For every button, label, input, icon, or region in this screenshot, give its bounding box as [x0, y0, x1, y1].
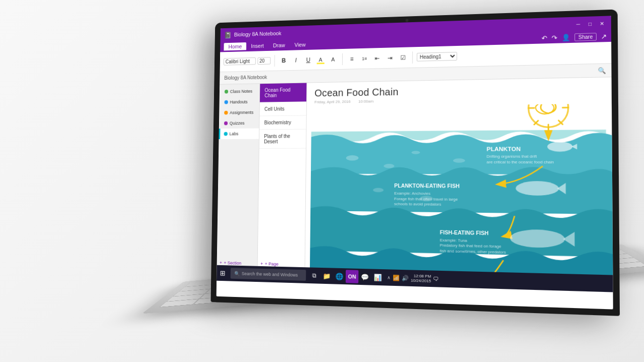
section-quizzes[interactable]: Quizzes [219, 117, 259, 129]
section-label-class-notes: Class Notes [230, 89, 252, 94]
underline-button[interactable]: U [303, 54, 313, 66]
bold-button[interactable]: B [279, 55, 289, 66]
checkbox-button[interactable]: ☑ [397, 52, 408, 63]
svg-point-3 [411, 151, 420, 154]
svg-text:Example: Anchovies: Example: Anchovies [394, 191, 431, 196]
tab-insert[interactable]: Insert [246, 42, 269, 50]
page-label-plants: Plants of the Desert [264, 134, 290, 145]
screen-bezel: 📓 Biology 8A Notebook ─ □ ✕ Home Insert … [210, 10, 620, 316]
food-chain-svg: PLANKTON Drifting organisms that drift a… [310, 103, 613, 292]
style-selector[interactable]: Heading1 Heading2 Normal [417, 52, 457, 62]
menu-bar-right: ↶ ↷ 👤 Share ↗ [542, 32, 607, 42]
taskbar-search-icon: 🔍 [234, 271, 240, 276]
window-title: Biology 8A Notebook [234, 30, 282, 37]
section-label-handouts: Handouts [230, 99, 247, 104]
content-area[interactable]: Ocean Food Chain Friday, April 29, 2016 … [305, 77, 613, 292]
indent-decrease-button[interactable]: ⇤ [372, 52, 383, 64]
bullets-button[interactable]: ≡ [347, 53, 357, 64]
main-content: Biology 8A Notebook 🔍 Class Notes Handou… [217, 64, 613, 292]
page-cell-units[interactable]: Cell Units [259, 102, 306, 116]
taskbar-search-box[interactable]: 🔍 Search the web and Windows [231, 268, 306, 281]
laptop-scene: // Keys will be added dynamically 📓 Biol… [0, 0, 644, 362]
section-assignments[interactable]: Assignments [219, 107, 259, 118]
svg-point-4 [453, 158, 465, 163]
plankton-desc: Drifting organisms that drift [487, 154, 537, 159]
start-button[interactable]: ⊞ [217, 267, 229, 280]
section-labs[interactable]: Labs [219, 128, 259, 139]
search-icon[interactable]: 🔍 [598, 67, 606, 74]
divider-1 [274, 55, 275, 67]
taskbar-app-2[interactable]: 🌐 [333, 270, 346, 283]
assignments-dot [224, 111, 228, 115]
section-handouts[interactable]: Handouts [219, 96, 259, 107]
font-size-input[interactable] [257, 57, 271, 65]
add-page-icon: + [260, 261, 263, 266]
clock[interactable]: 12:08 PM 10/24/2015 [411, 274, 431, 283]
section-label-assignments: Assignments [230, 110, 253, 115]
class-notes-dot [225, 90, 228, 94]
taskbar-app-1[interactable]: 📁 [320, 269, 333, 283]
screen-inner: 📓 Biology 8A Notebook ─ □ ✕ Home Insert … [217, 16, 613, 309]
maximize-button[interactable]: □ [585, 19, 595, 28]
add-section-icon: + [220, 260, 222, 265]
taskbar-app-5[interactable]: 📊 [371, 270, 385, 284]
tab-home[interactable]: Home [224, 42, 246, 50]
redo-icon[interactable]: ↷ [552, 34, 558, 42]
quizzes-dot [224, 122, 228, 126]
task-view-button[interactable]: ⧉ [308, 269, 320, 282]
highlight-button[interactable]: A [315, 54, 326, 65]
taskbar-app-4[interactable]: 💬 [358, 270, 371, 284]
taskbar-search-label: Search the web and Windows [242, 271, 298, 278]
section-label-labs: Labs [229, 132, 238, 137]
minimize-button[interactable]: ─ [573, 19, 583, 29]
color-button[interactable]: A [328, 53, 338, 65]
user-icon[interactable]: 👤 [562, 33, 570, 41]
labs-dot [224, 132, 228, 136]
tab-view[interactable]: View [290, 40, 310, 49]
pages-panel: Ocean Food Chain Cell Units Biochemistry… [257, 83, 307, 270]
notebook-name-label: Biology 8A Notebook [224, 75, 267, 81]
onenote-app: 📓 Biology 8A Notebook ─ □ ✕ Home Insert … [217, 16, 613, 292]
svg-point-2 [384, 164, 394, 168]
page-label-biochemistry: Biochemistry [264, 120, 291, 126]
key[interactable] [160, 299, 198, 307]
show-hidden-icons[interactable]: ∧ [387, 275, 391, 280]
svg-point-1 [346, 155, 359, 161]
section-class-notes[interactable]: Class Notes [220, 86, 260, 97]
divider-3 [412, 51, 413, 64]
page-ocean-food-chain[interactable]: Ocean Food Chain [260, 83, 307, 103]
taskbar-app-onenote[interactable]: ON [346, 270, 358, 283]
title-bar-controls[interactable]: ─ □ ✕ [573, 19, 607, 29]
font-selector[interactable] [224, 57, 256, 66]
tab-draw[interactable]: Draw [269, 41, 290, 49]
expand-icon[interactable]: ↗ [601, 32, 607, 40]
indent-increase-button[interactable]: ⇥ [385, 52, 396, 64]
close-button[interactable]: ✕ [597, 19, 607, 28]
svg-text:are critical to the oceanic fo: are critical to the oceanic food chain [487, 160, 554, 165]
sections-sidebar: Class Notes Handouts Assignments Qu [217, 84, 260, 268]
section-label-quizzes: Quizzes [230, 120, 245, 126]
notifications-icon[interactable]: 🗨 [433, 276, 439, 282]
svg-text:Example: Tuna: Example: Tuna [440, 237, 467, 243]
title-bar-left: 📓 Biology 8A Notebook [224, 30, 282, 39]
webcam [405, 19, 408, 22]
svg-point-8 [547, 142, 572, 152]
undo-icon[interactable]: ↶ [542, 34, 548, 42]
page-biochemistry[interactable]: Biochemistry [259, 115, 306, 130]
numbered-list-button[interactable]: 1≡ [359, 53, 369, 64]
page-label-ocean: Ocean Food Chain [264, 87, 290, 98]
share-button[interactable]: Share [575, 33, 597, 41]
italic-button[interactable]: I [291, 54, 301, 66]
svg-text:Forage fish that often travel : Forage fish that often travel in large [394, 196, 458, 201]
date-display: 10/24/2015 [411, 278, 431, 283]
onenote-icon: 📓 [224, 31, 232, 39]
sections-spacer [217, 139, 259, 259]
infographic-area: PLANKTON Drifting organisms that drift a… [310, 103, 613, 292]
page-label-cell: Cell Units [264, 106, 285, 112]
fish-eating-fish-label: FISH-EATING FISH [440, 229, 489, 236]
page-plants-desert[interactable]: Plants of the Desert [259, 130, 306, 149]
plankton-eating-fish-label: PLANKTON-EATING FISH [394, 183, 460, 189]
network-icon[interactable]: 📶 [393, 274, 400, 281]
handouts-dot [225, 100, 228, 104]
volume-icon[interactable]: 🔊 [402, 275, 409, 282]
